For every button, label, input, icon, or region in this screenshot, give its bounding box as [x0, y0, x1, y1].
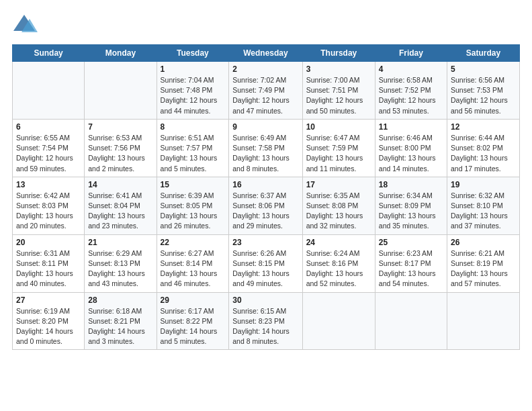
weekday-header-saturday: Saturday	[447, 45, 520, 62]
weekday-header-friday: Friday	[375, 45, 447, 62]
day-number: 4	[379, 64, 443, 74]
day-number: 29	[161, 295, 226, 305]
calendar-cell: 10Sunrise: 6:47 AMSunset: 7:59 PMDayligh…	[302, 119, 375, 177]
calendar-cell: 2Sunrise: 7:02 AMSunset: 7:49 PMDaylight…	[229, 62, 302, 120]
weekday-header-wednesday: Wednesday	[229, 45, 302, 62]
calendar-cell: 21Sunrise: 6:29 AMSunset: 8:13 PMDayligh…	[85, 234, 157, 292]
day-info: Sunrise: 6:51 AMSunset: 7:57 PMDaylight:…	[161, 133, 226, 174]
day-number: 27	[16, 295, 81, 305]
day-number: 14	[88, 180, 152, 189]
day-number: 6	[16, 122, 81, 132]
calendar-cell	[85, 62, 157, 120]
day-info: Sunrise: 6:41 AMSunset: 8:04 PMDaylight:…	[88, 191, 152, 232]
day-number: 21	[88, 238, 152, 247]
day-info: Sunrise: 6:55 AMSunset: 7:54 PMDaylight:…	[16, 133, 81, 174]
calendar-cell: 19Sunrise: 6:32 AMSunset: 8:10 PMDayligh…	[447, 177, 520, 234]
calendar-cell: 18Sunrise: 6:34 AMSunset: 8:09 PMDayligh…	[375, 177, 447, 234]
calendar-cell	[302, 292, 375, 350]
day-info: Sunrise: 7:02 AMSunset: 7:49 PMDaylight:…	[232, 75, 298, 116]
day-info: Sunrise: 6:35 AMSunset: 8:08 PMDaylight:…	[306, 191, 371, 232]
calendar-cell: 25Sunrise: 6:23 AMSunset: 8:17 PMDayligh…	[375, 234, 447, 292]
day-info: Sunrise: 6:17 AMSunset: 8:22 PMDaylight:…	[161, 306, 226, 347]
day-info: Sunrise: 7:00 AMSunset: 7:51 PMDaylight:…	[306, 75, 371, 116]
calendar-cell: 1Sunrise: 7:04 AMSunset: 7:48 PMDaylight…	[157, 62, 229, 120]
day-number: 28	[88, 295, 152, 305]
calendar-week-row: 6Sunrise: 6:55 AMSunset: 7:54 PMDaylight…	[13, 119, 520, 177]
day-number: 11	[379, 122, 443, 132]
calendar-page: SundayMondayTuesdayWednesdayThursdayFrid…	[0, 0, 532, 411]
day-number: 23	[232, 238, 298, 247]
logo-icon	[12, 12, 38, 38]
day-number: 13	[16, 180, 81, 189]
day-info: Sunrise: 6:42 AMSunset: 8:03 PMDaylight:…	[16, 191, 81, 232]
calendar-week-row: 20Sunrise: 6:31 AMSunset: 8:11 PMDayligh…	[13, 234, 520, 292]
day-info: Sunrise: 7:04 AMSunset: 7:48 PMDaylight:…	[161, 75, 226, 116]
day-info: Sunrise: 6:15 AMSunset: 8:23 PMDaylight:…	[232, 306, 298, 347]
calendar-cell	[13, 62, 85, 120]
day-info: Sunrise: 6:34 AMSunset: 8:09 PMDaylight:…	[379, 191, 443, 232]
day-number: 12	[451, 122, 516, 132]
calendar-week-row: 1Sunrise: 7:04 AMSunset: 7:48 PMDaylight…	[13, 62, 520, 120]
calendar-cell: 30Sunrise: 6:15 AMSunset: 8:23 PMDayligh…	[229, 292, 302, 350]
calendar-cell: 20Sunrise: 6:31 AMSunset: 8:11 PMDayligh…	[13, 234, 85, 292]
day-info: Sunrise: 6:19 AMSunset: 8:20 PMDaylight:…	[16, 306, 81, 347]
calendar-cell: 23Sunrise: 6:26 AMSunset: 8:15 PMDayligh…	[229, 234, 302, 292]
calendar-cell	[447, 292, 520, 350]
calendar-cell: 14Sunrise: 6:41 AMSunset: 8:04 PMDayligh…	[85, 177, 157, 234]
day-info: Sunrise: 6:39 AMSunset: 8:05 PMDaylight:…	[161, 191, 226, 232]
day-info: Sunrise: 6:31 AMSunset: 8:11 PMDaylight:…	[16, 248, 81, 289]
day-info: Sunrise: 6:46 AMSunset: 8:00 PMDaylight:…	[379, 133, 443, 174]
day-info: Sunrise: 6:58 AMSunset: 7:52 PMDaylight:…	[379, 75, 443, 116]
day-info: Sunrise: 6:47 AMSunset: 7:59 PMDaylight:…	[306, 133, 371, 174]
day-number: 15	[161, 180, 226, 189]
calendar-cell: 29Sunrise: 6:17 AMSunset: 8:22 PMDayligh…	[157, 292, 229, 350]
calendar-cell: 5Sunrise: 6:56 AMSunset: 7:53 PMDaylight…	[447, 62, 520, 120]
calendar-cell: 8Sunrise: 6:51 AMSunset: 7:57 PMDaylight…	[157, 119, 229, 177]
calendar-cell: 11Sunrise: 6:46 AMSunset: 8:00 PMDayligh…	[375, 119, 447, 177]
day-info: Sunrise: 6:24 AMSunset: 8:16 PMDaylight:…	[306, 248, 371, 289]
day-number: 9	[232, 122, 298, 132]
day-number: 26	[451, 238, 516, 247]
weekday-header-thursday: Thursday	[302, 45, 375, 62]
calendar-cell: 9Sunrise: 6:49 AMSunset: 7:58 PMDaylight…	[229, 119, 302, 177]
calendar-cell: 15Sunrise: 6:39 AMSunset: 8:05 PMDayligh…	[157, 177, 229, 234]
day-info: Sunrise: 6:21 AMSunset: 8:19 PMDaylight:…	[451, 248, 516, 289]
calendar-cell: 7Sunrise: 6:53 AMSunset: 7:56 PMDaylight…	[85, 119, 157, 177]
day-number: 3	[306, 64, 371, 74]
day-number: 30	[232, 295, 298, 305]
day-info: Sunrise: 6:27 AMSunset: 8:14 PMDaylight:…	[161, 248, 226, 289]
day-number: 25	[379, 238, 443, 247]
calendar-cell: 27Sunrise: 6:19 AMSunset: 8:20 PMDayligh…	[13, 292, 85, 350]
calendar-cell: 4Sunrise: 6:58 AMSunset: 7:52 PMDaylight…	[375, 62, 447, 120]
calendar-cell: 16Sunrise: 6:37 AMSunset: 8:06 PMDayligh…	[229, 177, 302, 234]
day-info: Sunrise: 6:32 AMSunset: 8:10 PMDaylight:…	[451, 191, 516, 232]
day-number: 10	[306, 122, 371, 132]
weekday-header-row: SundayMondayTuesdayWednesdayThursdayFrid…	[13, 45, 520, 62]
calendar-cell: 22Sunrise: 6:27 AMSunset: 8:14 PMDayligh…	[157, 234, 229, 292]
day-number: 8	[161, 122, 226, 132]
day-info: Sunrise: 6:26 AMSunset: 8:15 PMDaylight:…	[232, 248, 298, 289]
calendar-cell	[375, 292, 447, 350]
day-info: Sunrise: 6:23 AMSunset: 8:17 PMDaylight:…	[379, 248, 443, 289]
calendar-week-row: 27Sunrise: 6:19 AMSunset: 8:20 PMDayligh…	[13, 292, 520, 350]
calendar-cell: 6Sunrise: 6:55 AMSunset: 7:54 PMDaylight…	[13, 119, 85, 177]
day-info: Sunrise: 6:53 AMSunset: 7:56 PMDaylight:…	[88, 133, 152, 174]
day-number: 5	[451, 64, 516, 74]
day-info: Sunrise: 6:56 AMSunset: 7:53 PMDaylight:…	[451, 75, 516, 116]
day-number: 17	[306, 180, 371, 189]
day-info: Sunrise: 6:37 AMSunset: 8:06 PMDaylight:…	[232, 191, 298, 232]
day-number: 1	[161, 64, 226, 74]
day-number: 18	[379, 180, 443, 189]
calendar-cell: 26Sunrise: 6:21 AMSunset: 8:19 PMDayligh…	[447, 234, 520, 292]
calendar-table: SundayMondayTuesdayWednesdayThursdayFrid…	[12, 44, 520, 350]
day-number: 2	[232, 64, 298, 74]
day-info: Sunrise: 6:29 AMSunset: 8:13 PMDaylight:…	[88, 248, 152, 289]
day-number: 7	[88, 122, 152, 132]
day-info: Sunrise: 6:44 AMSunset: 8:02 PMDaylight:…	[451, 133, 516, 174]
calendar-cell: 3Sunrise: 7:00 AMSunset: 7:51 PMDaylight…	[302, 62, 375, 120]
calendar-cell: 13Sunrise: 6:42 AMSunset: 8:03 PMDayligh…	[13, 177, 85, 234]
calendar-cell: 24Sunrise: 6:24 AMSunset: 8:16 PMDayligh…	[302, 234, 375, 292]
calendar-cell: 12Sunrise: 6:44 AMSunset: 8:02 PMDayligh…	[447, 119, 520, 177]
day-number: 16	[232, 180, 298, 189]
day-number: 24	[306, 238, 371, 247]
